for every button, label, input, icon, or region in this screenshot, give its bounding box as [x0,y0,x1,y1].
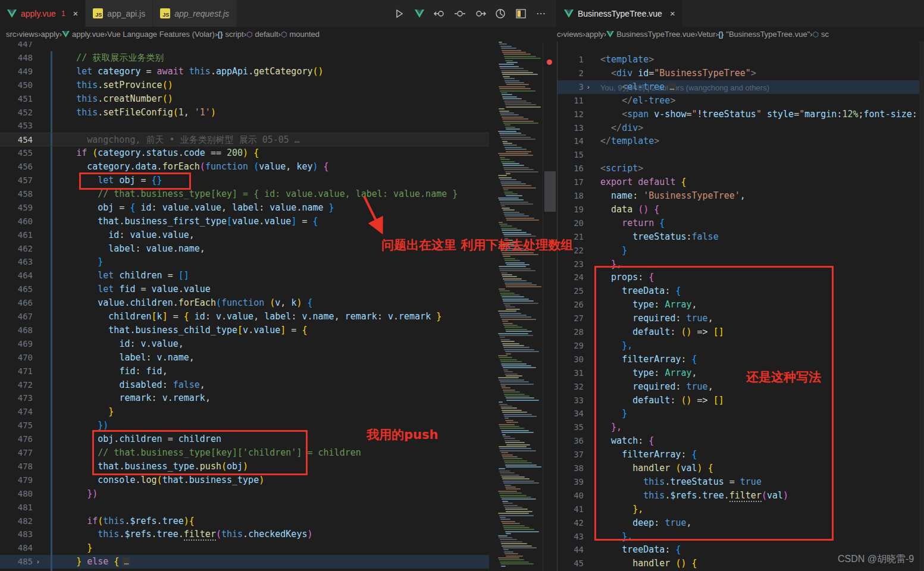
code-text[interactable]: } [55,405,114,419]
code-line-451[interactable]: 451 this.creatNumber() [0,92,489,106]
line-number[interactable]: 481 [0,501,33,514]
nav-circle-icon[interactable] [453,7,467,21]
breadcrumb-item-default[interactable]: ⬡default [246,30,278,39]
code-line-12[interactable]: 12 <span v-show="!treeStatus" style="mar… [557,108,924,121]
line-number[interactable]: 20 [557,217,584,230]
breadcrumb-item-src[interactable]: src [6,30,16,39]
line-number[interactable]: 459 [0,201,33,215]
code-line-481[interactable]: 481 [0,501,489,514]
scrollbar-thumb[interactable] [544,171,556,212]
line-number[interactable]: 14 [557,134,584,148]
code-line-465[interactable]: 465 let fid = value.value [0,283,489,296]
code-line-15[interactable]: 15 [557,148,924,162]
code-line-448[interactable]: 448 // 获取展示业务类别 [0,51,489,65]
breadcrumb-item-volar[interactable]: Vue Language Features (Volar) [107,30,215,39]
line-number[interactable]: 461 [0,228,33,242]
code-line-470[interactable]: 470 label: v.name, [0,351,489,365]
code-line-471[interactable]: 471 fid: fid, [0,365,489,378]
code-line-484[interactable]: 484 } [0,541,489,555]
line-number[interactable]: 45 [557,557,584,570]
code-line-447[interactable]: 447 [0,42,489,51]
line-number[interactable]: 471 [0,365,33,378]
code-line-450[interactable]: 450 this.setProvince() [0,79,489,92]
code-line-453[interactable]: 453 [0,119,489,133]
tab-app-api-js[interactable]: JS app_api.js [86,0,153,27]
tab-businesstypetree-vue[interactable]: BusinessTypeTree.vue × [557,0,683,27]
code-text[interactable]: return { [600,217,665,230]
line-number[interactable]: 17 [557,175,584,189]
line-number[interactable]: 470 [0,351,33,365]
code-text[interactable]: </template> [600,134,659,148]
code-text[interactable]: } else {… [55,555,130,569]
line-number[interactable]: 43 [557,530,584,544]
code-text[interactable]: obj = { id: value.value, label: value.na… [55,201,334,215]
code-text[interactable]: let category = await this.appApi.getCate… [55,65,324,79]
code-text[interactable]: let fid = value.value [55,283,211,296]
line-number[interactable]: 476 [0,432,33,446]
code-text[interactable]: this.setFileConfig(1, '1') [55,106,216,120]
line-number[interactable]: 454 [0,133,33,147]
fold-chevron-icon[interactable]: › [37,555,39,569]
code-text[interactable]: <template> [600,53,654,67]
split-editor-icon[interactable] [513,7,528,21]
line-number[interactable]: 483 [0,528,33,541]
breadcrumb-item-file[interactable]: BusinessTypeTree.vue [606,30,695,39]
code-line-456[interactable]: 456 category.data.forEach(function (valu… [0,160,489,174]
line-number[interactable]: 37 [557,448,584,462]
code-line-3[interactable]: 3› <el-tree… [557,80,924,94]
code-line-16[interactable]: 16<script> [557,162,924,175]
line-number[interactable]: 38 [557,462,584,475]
line-number[interactable]: 467 [0,310,33,324]
line-number[interactable]: 24 [557,271,584,284]
line-number[interactable]: 466 [0,296,33,310]
line-number[interactable]: 19 [557,203,584,217]
code-line-482[interactable]: 482 if(this.$refs.tree){ [0,514,489,528]
code-text[interactable]: if (category.status.code == 200) { [55,146,259,160]
line-number[interactable]: 44 [557,543,584,557]
line-number[interactable]: 464 [0,269,33,283]
line-number[interactable]: 447 [0,42,33,51]
line-number[interactable]: 15 [557,148,584,162]
code-line-20[interactable]: 20 return { [557,217,924,230]
editor-apply-vue[interactable]: 447448 // 获取展示业务类别449 let category = awa… [0,42,556,571]
code-line-13[interactable]: 13 </div> [557,121,924,135]
line-number[interactable]: 18 [557,189,584,203]
code-line-14[interactable]: 14</template> [557,134,924,148]
code-line-17[interactable]: 17export default { [557,175,924,189]
breadcrumb-item-views[interactable]: views [19,30,39,39]
code-text[interactable]: this.setProvince() [55,79,173,92]
code-text[interactable]: } [55,569,71,571]
code-text[interactable]: treeStatus:false [600,230,719,244]
breadcrumb-item-vetur[interactable]: Vetur [697,30,715,39]
vue-devtools-icon[interactable] [412,7,427,21]
line-number[interactable]: 28 [557,325,584,339]
right-scrollbar[interactable] [919,42,924,571]
line-number[interactable]: 479 [0,473,33,487]
code-text[interactable]: if(this.$refs.tree){ [55,514,195,528]
breadcrumb-item-script[interactable]: {}script [217,30,243,39]
code-line-11[interactable]: 11 </el-tree> [557,94,924,108]
line-number[interactable]: 16 [557,162,584,175]
breadcrumb-item-mounted[interactable]: ⬡mounted [281,30,320,39]
line-number[interactable]: 3 [557,80,584,94]
line-number[interactable]: 12 [557,108,584,121]
line-number[interactable]: 32 [557,380,584,394]
code-line-463[interactable]: 463 } [0,255,489,269]
code-text[interactable]: this.$refs.tree.filter(this.checkedKeys) [55,528,313,541]
code-text[interactable]: remark: v.remark, [55,391,211,405]
code-text[interactable]: } [600,244,627,258]
line-number[interactable]: 484 [0,541,33,555]
code-line-485[interactable]: 485› } else {… [0,555,489,569]
line-number[interactable]: 453 [0,119,33,133]
line-number[interactable]: 480 [0,487,33,501]
minimap[interactable] [497,42,543,571]
line-number[interactable]: 463 [0,255,33,269]
breadcrumb-item-apply[interactable]: apply [41,30,59,39]
code-text[interactable]: console.log(that.business_type) [55,473,264,487]
line-number[interactable]: 1 [557,53,584,67]
line-number[interactable]: 2 [557,67,584,80]
breadcrumb-item-script[interactable]: ⬡sc [813,30,829,39]
line-number[interactable]: 452 [0,106,33,120]
code-text[interactable]: that.business_child_type[v.value] = { [55,324,307,337]
close-icon[interactable]: × [670,8,675,18]
